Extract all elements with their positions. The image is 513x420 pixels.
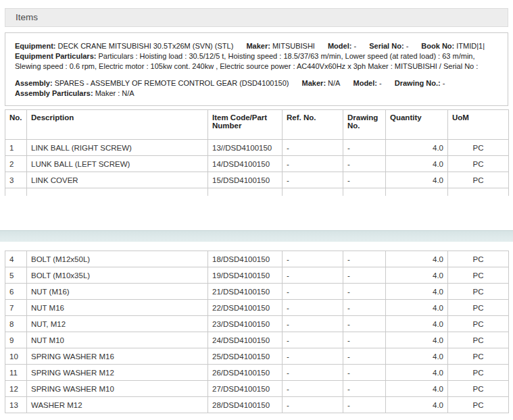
cell-quantity: 4.0 bbox=[386, 348, 448, 365]
col-header-description: Description bbox=[27, 110, 208, 140]
cell-item-code: 26/DSD4100150 bbox=[208, 365, 283, 381]
table-row[interactable]: 5 BOLT (M10x35L) 19/DSD4100150 - - 4.0 P… bbox=[5, 267, 509, 284]
cell-uom: PC bbox=[448, 156, 509, 172]
table-row[interactable]: 11 SPRING WASHER M12 26/DSD4100150 - - 4… bbox=[5, 365, 509, 381]
items-table-top: No. Description Item Code/Part Number Re… bbox=[5, 109, 509, 196]
cell-no: 12 bbox=[5, 381, 27, 397]
cell-ref-no: - bbox=[283, 267, 343, 284]
cell-description: LINK BALL (RIGHT SCREW) bbox=[27, 140, 208, 156]
cell-description: SPRING WASHER M16 bbox=[27, 348, 208, 365]
cell-ref-no: - bbox=[283, 251, 343, 267]
cell-uom: PC bbox=[448, 267, 509, 284]
cell-uom: PC bbox=[448, 251, 509, 267]
cell-ref-no: - bbox=[283, 140, 343, 156]
table-row[interactable]: 6 NUT (M16) 21/DSD4100150 - - 4.0 PC bbox=[5, 284, 509, 300]
col-header-no: No. bbox=[5, 110, 27, 140]
cell-description: WASHER M12 bbox=[27, 397, 208, 413]
cell-drawing-no: - bbox=[343, 316, 386, 332]
table-header-row: No. Description Item Code/Part Number Re… bbox=[5, 110, 509, 140]
cell-item-code: 24/DSD4100150 bbox=[208, 332, 283, 348]
cell-no: 13 bbox=[5, 397, 27, 413]
section-divider-bar bbox=[0, 230, 513, 242]
cell-ref-no: - bbox=[283, 156, 343, 172]
cell-drawing-no bbox=[343, 188, 386, 196]
cell-uom bbox=[448, 188, 509, 196]
cell-drawing-no: - bbox=[343, 300, 386, 316]
cell-uom: PC bbox=[448, 172, 509, 188]
cell-no: 9 bbox=[5, 332, 27, 348]
cell-item-code: 21/DSD4100150 bbox=[208, 284, 283, 300]
cell-no: 2 bbox=[5, 156, 27, 172]
table-row[interactable]: 1 LINK BALL (RIGHT SCREW) 13//DSD4100150… bbox=[5, 140, 509, 156]
items-table-bottom: 4 BOLT (M12x50L) 18/DSD4100150 - - 4.0 P… bbox=[5, 251, 509, 413]
cell-drawing-no: - bbox=[343, 251, 386, 267]
cell-quantity: 4.0 bbox=[386, 284, 448, 300]
cell-no: 6 bbox=[5, 284, 27, 300]
cell-item-code: 15/DSD4100150 bbox=[208, 172, 283, 188]
cell-drawing-no: - bbox=[343, 172, 386, 188]
cell-no: 7 bbox=[5, 300, 27, 316]
cell-drawing-no: - bbox=[343, 365, 386, 381]
cell-description: LUNK BALL (LEFT SCREW) bbox=[27, 156, 208, 172]
cell-no bbox=[5, 188, 27, 196]
table-row[interactable]: 10 SPRING WASHER M16 25/DSD4100150 - - 4… bbox=[5, 348, 509, 365]
cell-drawing-no: - bbox=[343, 156, 386, 172]
col-header-item-code: Item Code/Part Number bbox=[208, 110, 283, 140]
col-header-ref-no: Ref. No. bbox=[283, 110, 343, 140]
cell-no: 3 bbox=[5, 172, 27, 188]
table-row[interactable]: 8 NUT, M12 23/DSD4100150 - - 4.0 PC bbox=[5, 316, 509, 332]
cell-ref-no: - bbox=[283, 381, 343, 397]
col-header-drawing-no: Drawing No. bbox=[343, 110, 386, 140]
cell-drawing-no: - bbox=[343, 348, 386, 365]
col-header-quantity: Quantity bbox=[386, 110, 448, 140]
cell-uom: PC bbox=[448, 365, 509, 381]
cell-ref-no: - bbox=[283, 397, 343, 413]
cell-drawing-no: - bbox=[343, 267, 386, 284]
table-row[interactable]: 4 BOLT (M12x50L) 18/DSD4100150 - - 4.0 P… bbox=[5, 251, 509, 267]
cell-no: 8 bbox=[5, 316, 27, 332]
cell-item-code: 18/DSD4100150 bbox=[208, 251, 283, 267]
cell-description: NUT (M16) bbox=[27, 284, 208, 300]
cell-ref-no: - bbox=[283, 300, 343, 316]
cell-uom: PC bbox=[448, 348, 509, 365]
cell-quantity: 4.0 bbox=[386, 251, 448, 267]
table-row[interactable]: 3 LINK COVER 15/DSD4100150 - - 4.0 PC bbox=[5, 172, 509, 188]
cell-no: 1 bbox=[5, 140, 27, 156]
table-row[interactable]: 13 WASHER M12 28/DSD4100150 - - 4.0 PC bbox=[5, 397, 509, 413]
cell-drawing-no: - bbox=[343, 332, 386, 348]
cell-ref-no: - bbox=[283, 365, 343, 381]
cell-uom: PC bbox=[448, 140, 509, 156]
cell-quantity: 4.0 bbox=[386, 140, 448, 156]
cell-drawing-no: - bbox=[343, 140, 386, 156]
table-row[interactable]: 9 NUT M10 24/DSD4100150 - - 4.0 PC bbox=[5, 332, 509, 348]
cell-item-code bbox=[208, 188, 283, 196]
cell-drawing-no: - bbox=[343, 284, 386, 300]
table-row[interactable]: 12 SPRING WASHER M10 27/DSD4100150 - - 4… bbox=[5, 381, 509, 397]
cell-no: 10 bbox=[5, 348, 27, 365]
cell-ref-no bbox=[283, 188, 343, 196]
cell-ref-no: - bbox=[283, 348, 343, 365]
cell-description: SPRING WASHER M12 bbox=[27, 365, 208, 381]
cell-item-code: 27/DSD4100150 bbox=[208, 381, 283, 397]
cell-description: NUT, M12 bbox=[27, 316, 208, 332]
cell-uom: PC bbox=[448, 397, 509, 413]
table-row[interactable]: 7 NUT M16 22/DSD4100150 - - 4.0 PC bbox=[5, 300, 509, 316]
cell-quantity: 4.0 bbox=[386, 156, 448, 172]
cell-uom: PC bbox=[448, 332, 509, 348]
items-table-top-clip: No. Description Item Code/Part Number Re… bbox=[0, 0, 513, 196]
cell-quantity: 4.0 bbox=[386, 316, 448, 332]
table-row-clipped bbox=[5, 188, 509, 196]
cell-ref-no: - bbox=[283, 284, 343, 300]
cell-description bbox=[27, 188, 208, 196]
cell-ref-no: - bbox=[283, 172, 343, 188]
cell-quantity: 4.0 bbox=[386, 365, 448, 381]
cell-uom: PC bbox=[448, 381, 509, 397]
cell-item-code: 13//DSD4100150 bbox=[208, 140, 283, 156]
table-row[interactable]: 2 LUNK BALL (LEFT SCREW) 14/DSD4100150 -… bbox=[5, 156, 509, 172]
col-header-uom: UoM bbox=[448, 110, 509, 140]
cell-no: 4 bbox=[5, 251, 27, 267]
cell-item-code: 22/DSD4100150 bbox=[208, 300, 283, 316]
cell-uom: PC bbox=[448, 316, 509, 332]
cell-quantity: 4.0 bbox=[386, 267, 448, 284]
cell-description: SPRING WASHER M10 bbox=[27, 381, 208, 397]
